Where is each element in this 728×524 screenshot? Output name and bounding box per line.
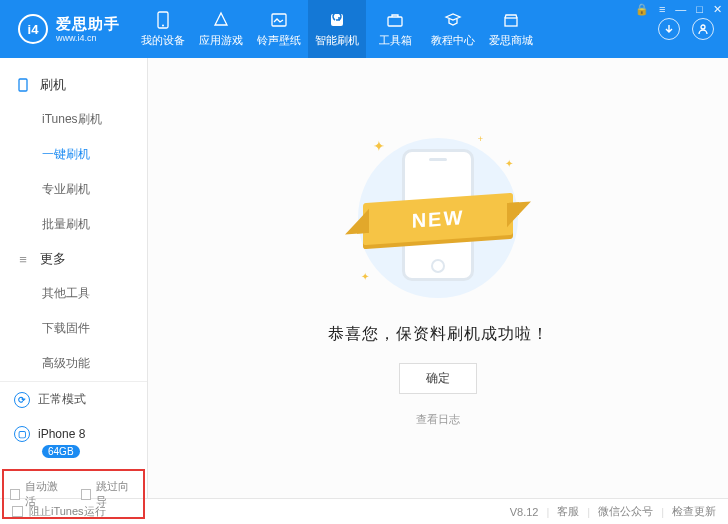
nav-label: 我的设备 <box>141 33 185 48</box>
brand: i4 爱思助手 www.i4.cn <box>0 0 134 58</box>
storage-badge: 64GB <box>42 445 80 458</box>
sidebar-device-storage: 64GB <box>0 445 147 467</box>
sidebar-item-oneclick-flash[interactable]: 一键刷机 <box>0 137 147 172</box>
update-link[interactable]: 检查更新 <box>672 504 716 519</box>
lock-icon[interactable]: 🔒 <box>635 3 649 16</box>
svg-point-6 <box>701 25 705 29</box>
nav-store[interactable]: 爱思商城 <box>482 0 540 58</box>
sidebar-group-title: 刷机 <box>40 76 66 94</box>
success-illustration: ✦ ✦ ✦ + NEW <box>343 130 533 300</box>
window-controls: 🔒 ≡ — □ ✕ <box>635 3 722 16</box>
svg-rect-7 <box>19 79 27 91</box>
nav-label: 应用游戏 <box>199 33 243 48</box>
more-icon: ≡ <box>16 252 30 266</box>
maximize-icon[interactable]: □ <box>696 3 703 16</box>
block-itunes-checkbox[interactable]: 阻止iTunes运行 <box>12 504 106 519</box>
main-content: ✦ ✦ ✦ + NEW 恭喜您，保资料刷机成功啦！ 确定 查看日志 <box>148 58 728 498</box>
close-icon[interactable]: ✕ <box>713 3 722 16</box>
nav-label: 铃声壁纸 <box>257 33 301 48</box>
svg-rect-4 <box>388 17 402 26</box>
sidebar-group-title: 更多 <box>40 250 66 268</box>
nav-label: 爱思商城 <box>489 33 533 48</box>
version-label: V8.12 <box>510 506 539 518</box>
support-link[interactable]: 客服 <box>557 504 579 519</box>
tutorial-icon <box>444 11 462 29</box>
flash-icon <box>328 11 346 29</box>
nav-tutorials[interactable]: 教程中心 <box>424 0 482 58</box>
refresh-icon: ⟳ <box>14 392 30 408</box>
nav-toolbox[interactable]: 工具箱 <box>366 0 424 58</box>
phone-icon <box>16 78 30 92</box>
sidebar: 刷机 iTunes刷机 一键刷机 专业刷机 批量刷机 ≡ 更多 其他工具 下载固… <box>0 58 148 498</box>
sidebar-item-batch-flash[interactable]: 批量刷机 <box>0 207 147 242</box>
mode-label: 正常模式 <box>38 391 86 408</box>
top-nav: 我的设备 应用游戏 铃声壁纸 智能刷机 工具箱 教程中心 爱思商城 <box>134 0 658 58</box>
nav-flash[interactable]: 智能刷机 <box>308 0 366 58</box>
toolbox-icon <box>386 11 404 29</box>
svg-rect-2 <box>272 14 286 26</box>
sidebar-item-advanced[interactable]: 高级功能 <box>0 346 147 381</box>
sidebar-item-pro-flash[interactable]: 专业刷机 <box>0 172 147 207</box>
app-header: i4 爱思助手 www.i4.cn 我的设备 应用游戏 铃声壁纸 智能刷机 工具… <box>0 0 728 58</box>
sidebar-item-download-firmware[interactable]: 下载固件 <box>0 311 147 346</box>
ok-button[interactable]: 确定 <box>399 363 477 394</box>
chk-label: 阻止iTunes运行 <box>29 504 106 519</box>
nav-label: 教程中心 <box>431 33 475 48</box>
nav-apps[interactable]: 应用游戏 <box>192 0 250 58</box>
wechat-link[interactable]: 微信公众号 <box>598 504 653 519</box>
sidebar-item-other-tools[interactable]: 其他工具 <box>0 276 147 311</box>
menu-icon[interactable]: ≡ <box>659 3 665 16</box>
brand-title: 爱思助手 <box>56 15 120 33</box>
brand-logo-icon: i4 <box>18 14 48 44</box>
svg-point-1 <box>162 24 164 26</box>
nav-label: 工具箱 <box>379 33 412 48</box>
user-button[interactable] <box>692 18 714 40</box>
device-name: iPhone 8 <box>38 427 85 441</box>
minimize-icon[interactable]: — <box>675 3 686 16</box>
svg-rect-5 <box>505 18 517 26</box>
brand-url: www.i4.cn <box>56 33 120 44</box>
sidebar-item-itunes-flash[interactable]: iTunes刷机 <box>0 102 147 137</box>
success-message: 恭喜您，保资料刷机成功啦！ <box>328 324 549 345</box>
sidebar-mode-row[interactable]: ⟳ 正常模式 <box>0 382 147 417</box>
nav-ringtones[interactable]: 铃声壁纸 <box>250 0 308 58</box>
store-icon <box>502 11 520 29</box>
view-log-link[interactable]: 查看日志 <box>416 412 460 427</box>
download-button[interactable] <box>658 18 680 40</box>
device-icon <box>154 11 172 29</box>
sidebar-group-more[interactable]: ≡ 更多 <box>0 242 147 276</box>
apps-icon <box>212 11 230 29</box>
wallpaper-icon <box>270 11 288 29</box>
device-small-icon: ▢ <box>14 426 30 442</box>
nav-label: 智能刷机 <box>315 33 359 48</box>
sidebar-group-flash[interactable]: 刷机 <box>0 68 147 102</box>
nav-my-device[interactable]: 我的设备 <box>134 0 192 58</box>
